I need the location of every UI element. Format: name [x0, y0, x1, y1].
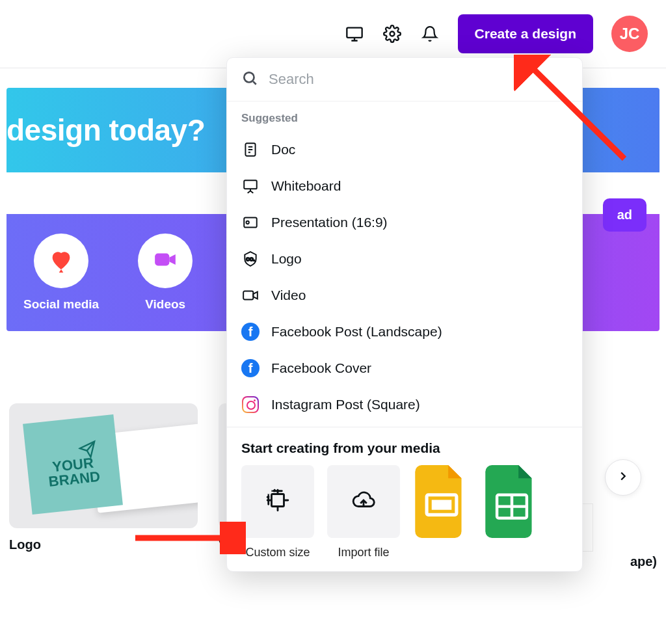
svg-point-1 — [390, 32, 394, 36]
heart-icon — [48, 247, 74, 275]
hero-headline-text: design today? — [7, 113, 205, 148]
chevron-right-icon — [616, 469, 630, 486]
media-tile-import-file[interactable]: Import file — [327, 465, 400, 559]
video-icon — [153, 247, 178, 275]
dropdown-item-presentation[interactable]: Presentation (16:9) — [227, 204, 582, 241]
brand-text-2: BRAND — [48, 470, 101, 489]
upload-button-fragment[interactable]: ad — [603, 198, 646, 232]
dropdown-item-logo[interactable]: CO. Logo — [227, 241, 582, 277]
svg-rect-9 — [243, 291, 253, 300]
video-icon — [241, 286, 260, 304]
create-design-button[interactable]: Create a design — [458, 14, 593, 53]
annotation-arrow-1 — [514, 55, 631, 172]
svg-rect-0 — [347, 28, 362, 38]
facebook-icon: f — [241, 323, 260, 341]
doc-icon — [241, 141, 260, 159]
bell-icon[interactable] — [420, 24, 440, 44]
svg-line-14 — [527, 62, 624, 159]
avatar[interactable]: JC — [611, 16, 648, 52]
truncated-label-right: ape) — [630, 554, 657, 569]
media-row: Custom size Import file — [227, 465, 582, 559]
svg-rect-12 — [432, 500, 452, 509]
svg-rect-2 — [155, 254, 169, 266]
header-icon-group — [345, 24, 440, 44]
annotation-arrow-2 — [135, 522, 246, 554]
category-label: Videos — [145, 297, 185, 312]
dropdown-item-facebook-cover[interactable]: f Facebook Cover — [227, 350, 582, 386]
dropdown-item-whiteboard[interactable]: Whiteboard — [227, 168, 582, 204]
carousel-next-button[interactable] — [605, 459, 641, 496]
media-section-title: Start creating from your media — [227, 427, 582, 465]
category-social-media[interactable]: Social media — [23, 234, 99, 312]
dropdown-item-label: Instagram Post (Square) — [271, 397, 420, 412]
whiteboard-icon — [241, 177, 260, 195]
media-tile-label: Import file — [338, 546, 389, 559]
instagram-icon — [241, 396, 260, 414]
svg-point-3 — [244, 72, 254, 82]
dropdown-item-video[interactable]: Video — [227, 277, 582, 314]
custom-size-icon — [265, 488, 290, 515]
dropdown-item-instagram-post[interactable]: Instagram Post (Square) — [227, 386, 582, 423]
dropdown-item-label: Presentation (16:9) — [271, 215, 388, 230]
dropdown-item-label: Video — [271, 288, 306, 303]
media-tile-gslides[interactable] — [413, 465, 470, 538]
svg-rect-5 — [244, 180, 257, 189]
cloud-upload-icon — [351, 488, 376, 515]
gear-icon[interactable] — [382, 24, 402, 44]
media-tile-label: Custom size — [245, 546, 310, 559]
dropdown-item-label: Logo — [271, 251, 302, 267]
svg-text:CO.: CO. — [246, 256, 254, 262]
dropdown-item-facebook-post[interactable]: f Facebook Post (Landscape) — [227, 314, 582, 350]
template-thumb: YOUR BRAND — [9, 403, 198, 528]
media-tile-custom-size[interactable]: Custom size — [241, 465, 314, 559]
desktop-icon[interactable] — [345, 24, 364, 44]
facebook-icon: f — [241, 359, 260, 377]
presentation-icon — [241, 213, 260, 232]
dropdown-item-label: Whiteboard — [271, 178, 341, 194]
logo-icon: CO. — [241, 250, 260, 268]
google-sheets-icon — [483, 465, 540, 538]
google-slides-icon — [413, 465, 470, 538]
svg-rect-10 — [272, 494, 284, 507]
svg-point-7 — [246, 221, 249, 224]
dropdown-item-label: Facebook Cover — [271, 360, 371, 376]
media-tile-gsheets[interactable] — [483, 465, 540, 538]
search-icon — [241, 70, 258, 89]
dropdown-item-label: Facebook Post (Landscape) — [271, 324, 442, 340]
category-label: Social media — [23, 297, 99, 312]
dropdown-item-label: Doc — [271, 142, 295, 157]
category-videos[interactable]: Videos — [138, 234, 193, 312]
